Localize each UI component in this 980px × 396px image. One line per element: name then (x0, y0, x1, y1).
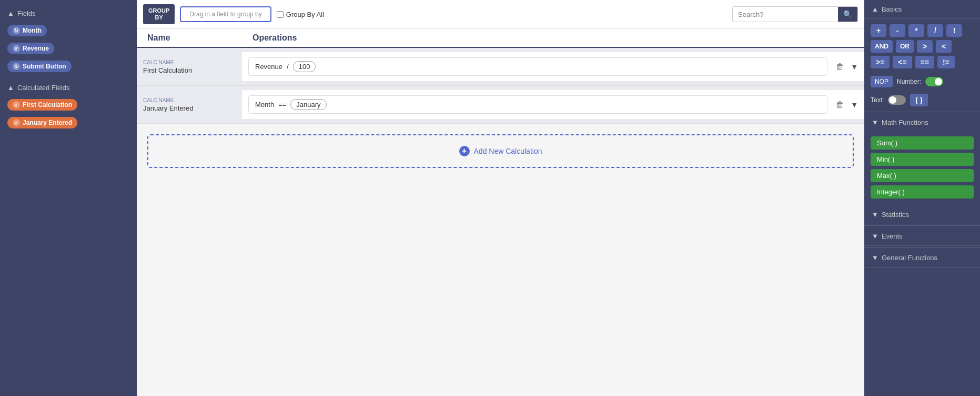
calc-name-cell-jan: Calc Name January Entered (137, 86, 242, 123)
number-toggle[interactable] (925, 77, 943, 86)
op-lte[interactable]: <= (893, 56, 912, 68)
revenue-icon: # (13, 45, 20, 52)
calc-name-label-jan: Calc Name (143, 97, 236, 103)
number-label: Number: (897, 78, 921, 85)
events-section-header[interactable]: ▼ Events (864, 227, 980, 246)
text-toggle[interactable] (888, 95, 906, 105)
delete-button-jan[interactable]: 🗑 (834, 98, 846, 112)
op-gt[interactable]: > (917, 40, 933, 53)
general-label: General Functions (882, 254, 937, 262)
fields-label: Fields (17, 9, 36, 17)
group-by-all-text: Group By All (286, 11, 324, 18)
month-label: Month (23, 27, 42, 34)
op-plus[interactable]: + (871, 24, 886, 37)
events-label: Events (882, 232, 903, 240)
statistics-chevron: ▼ (872, 211, 878, 219)
math-chevron: ▼ (872, 118, 878, 126)
search-input[interactable] (733, 7, 838, 22)
jan-entered-label: January Entered (23, 119, 72, 126)
group-by-all-checkbox[interactable] (277, 11, 284, 18)
expr-token-month: Month (255, 101, 274, 108)
op-eq[interactable]: == (915, 56, 934, 68)
op-minus[interactable]: - (890, 24, 905, 37)
math-max[interactable]: Max( ) (871, 169, 974, 182)
add-calc-area: + Add New Calculation (137, 124, 864, 179)
fields-section-header[interactable]: ▲ Fields (0, 5, 137, 22)
basics-chevron: ▲ (872, 5, 878, 13)
calc-name-cell-first: Calc Name First Calculation (137, 48, 242, 85)
calc-expression-wrapper-first: Revenue / 100 (248, 57, 827, 76)
op-multiply[interactable]: * (908, 24, 924, 37)
main-area: GROUP BY Drag in a field to group by Gro… (137, 0, 864, 396)
expand-button-jan[interactable]: ▼ (848, 98, 860, 111)
math-integer[interactable]: Integer( ) (871, 185, 974, 199)
add-new-calculation-button[interactable]: + Add New Calculation (147, 134, 854, 168)
calc-expression-cell-first: Revenue / 100 (242, 52, 834, 81)
math-label: Math Functions (882, 118, 928, 126)
fields-chevron: ▲ (7, 9, 14, 17)
table-row: Calc Name First Calculation Revenue / 10… (137, 48, 864, 86)
statistics-section-header[interactable]: ▼ Statistics (864, 205, 980, 224)
op-neq[interactable]: != (937, 56, 955, 68)
text-paren-row: Text: ( ) (864, 92, 980, 111)
drag-placeholder-text: Drag in a field to group by (189, 11, 261, 18)
sidebar-item-month[interactable]: ↻ Month (0, 22, 137, 39)
calc-expression-wrapper-jan: Month == January (248, 95, 827, 114)
search-button[interactable]: 🔍 (838, 7, 857, 22)
calculations-area: Calc Name First Calculation Revenue / 10… (137, 48, 864, 396)
revenue-label: Revenue (23, 45, 49, 52)
operations-column-header: Operations (242, 33, 864, 43)
sidebar-item-january-entered[interactable]: # January Entered (0, 114, 137, 132)
first-calc-icon: # (13, 101, 20, 108)
add-calc-label: Add New Calculation (474, 147, 542, 155)
plus-circle-icon: + (459, 146, 470, 156)
sidebar-item-revenue[interactable]: # Revenue (0, 39, 137, 57)
general-section-header[interactable]: ▼ General Functions (864, 249, 980, 268)
expand-button-first[interactable]: ▼ (848, 61, 860, 73)
text-label: Text: (871, 96, 884, 104)
group-by-button[interactable]: GROUP BY (143, 4, 175, 24)
drag-field-box[interactable]: Drag in a field to group by (180, 6, 271, 22)
op-or[interactable]: OR (896, 40, 914, 53)
expr-token-revenue: Revenue (255, 63, 282, 71)
sidebar-item-first-calculation[interactable]: # First Calculation (0, 96, 137, 114)
math-functions-list: Sum( ) Min( ) Max( ) Integer( ) (864, 132, 980, 203)
statistics-label: Statistics (882, 211, 909, 219)
group-by-all-label[interactable]: Group By All (277, 11, 324, 18)
calc-actions-jan: 🗑 ▼ (834, 90, 864, 119)
search-wrapper: 🔍 (732, 6, 858, 22)
sidebar-item-submit-button[interactable]: $ Submit Button (0, 57, 137, 75)
op-lt[interactable]: < (936, 40, 952, 53)
math-section-header[interactable]: ▼ Math Functions (864, 113, 980, 132)
math-sum[interactable]: Sum( ) (871, 136, 974, 150)
paren-button[interactable]: ( ) (910, 94, 927, 106)
delete-button-first[interactable]: 🗑 (834, 60, 846, 74)
op-gte[interactable]: >= (871, 56, 890, 68)
column-headers: Name Operations (137, 29, 864, 48)
events-chevron: ▼ (872, 232, 878, 240)
calculated-fields-section-header[interactable]: ▲ Calculated Fields (0, 80, 137, 96)
header-bar: GROUP BY Drag in a field to group by Gro… (137, 0, 864, 29)
table-row: Calc Name January Entered Month == Janua… (137, 86, 864, 124)
expr-token-january: January (290, 99, 326, 110)
nop-button[interactable]: NOP (871, 76, 893, 87)
basics-operators-grid: + - * / ! AND OR > < >= <= == != (864, 19, 980, 74)
expr-token-equals: == (278, 101, 286, 108)
expr-token-divide: / (287, 63, 289, 71)
calc-expression-cell-jan: Month == January (242, 90, 834, 119)
month-icon: ↻ (13, 27, 20, 34)
expr-token-100: 100 (293, 61, 316, 72)
calc-name-text-jan: January Entered (143, 104, 236, 112)
submit-icon: $ (13, 63, 20, 70)
basics-section-header[interactable]: ▲ Basics (864, 0, 980, 19)
sidebar: ▲ Fields ↻ Month # Revenue $ Submit Butt… (0, 0, 137, 396)
right-panel: ▲ Basics + - * / ! AND OR > < >= <= == !… (864, 0, 980, 396)
calc-actions-first: 🗑 ▼ (834, 52, 864, 81)
jan-entered-icon: # (13, 119, 20, 126)
math-min[interactable]: Min( ) (871, 153, 974, 166)
op-divide[interactable]: / (927, 24, 943, 37)
op-and[interactable]: AND (871, 40, 893, 53)
calc-chevron: ▲ (7, 84, 14, 92)
op-exclaim[interactable]: ! (946, 24, 962, 37)
submit-label: Submit Button (23, 63, 66, 70)
